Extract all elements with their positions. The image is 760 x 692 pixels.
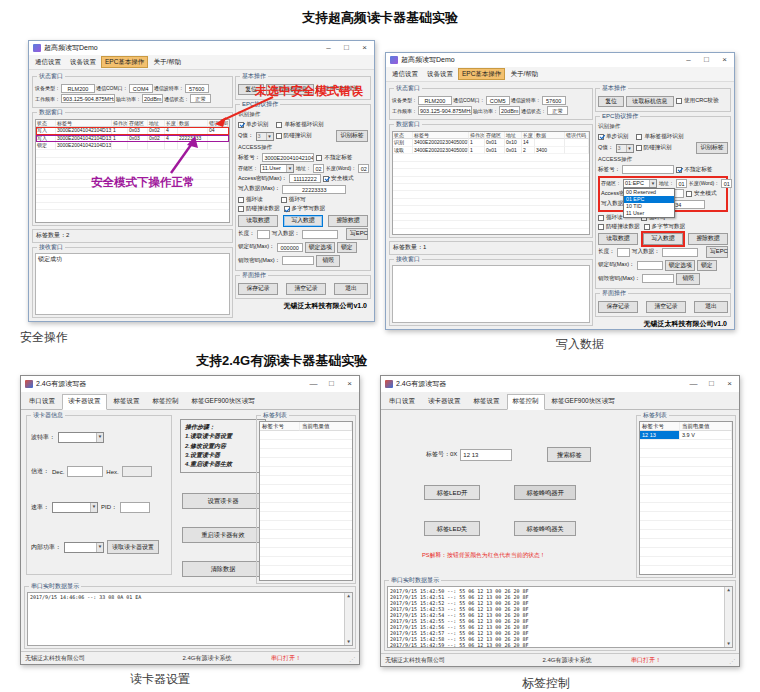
menu-device-settings[interactable]: 设备设置 (66, 56, 100, 68)
maximize-button[interactable]: □ (324, 378, 339, 390)
clear-data-button[interactable]: 清除数据 (182, 561, 264, 577)
read-data-button[interactable]: 读取数据 (598, 233, 638, 245)
tag-buzzer-on-button[interactable]: 标签蜂鸣器开 (514, 485, 576, 500)
q-combo[interactable]: 3▼ (256, 132, 274, 141)
dropdown-option[interactable]: 11 User (624, 210, 674, 217)
tab-tag-block-rw[interactable]: 标签GEF900块区读写 (186, 394, 261, 409)
loop-read-checkbox[interactable] (598, 215, 604, 221)
tab-tag-block-rw[interactable]: 标签GEF900块区读写 (546, 394, 621, 409)
menu-comm-settings[interactable]: 通信设置 (31, 56, 65, 68)
write-epc-button[interactable]: 写EPC (706, 246, 728, 258)
channel-dec-field[interactable] (67, 466, 103, 477)
lock-button[interactable]: 锁定 (337, 242, 357, 254)
tagno-field[interactable]: 12 13 (460, 449, 512, 461)
tagno-field[interactable]: 3000E20041042104D1 (262, 153, 314, 162)
identify-button[interactable]: 识别标签 (336, 130, 368, 142)
kill-button[interactable]: 销毁 (676, 273, 700, 285)
writedata-field[interactable]: 22223333 (282, 185, 346, 194)
addr-field[interactable]: 02 (313, 164, 324, 173)
read-data-button[interactable]: 读取数据 (238, 215, 278, 227)
search-tag-button[interactable]: 搜索标签 (547, 447, 591, 462)
menu-help[interactable]: 关于/帮助 (506, 68, 542, 80)
write-data-button[interactable]: 写入数据 (283, 215, 323, 227)
anticoll-ident-checkbox[interactable] (276, 133, 282, 139)
scroll-up-icon[interactable]: ▲ (347, 593, 350, 599)
read-info-button[interactable]: 读取标机信息 (626, 96, 674, 108)
minimize-button[interactable]: – (321, 42, 336, 54)
tab-reader-settings[interactable]: 读卡器设置 (422, 394, 467, 409)
table-row[interactable]: 识别3400E2002023040500070009001110x010x101… (393, 139, 589, 147)
maximize-button[interactable]: □ (704, 378, 719, 390)
table-row[interactable]: 写入3000E20041042104D130...10x030x02422223… (36, 135, 229, 143)
crc-checkbox[interactable] (676, 98, 682, 104)
menu-help[interactable]: 关于/帮助 (149, 56, 185, 68)
tag-led-off-button[interactable]: 标签LED关 (424, 521, 480, 536)
accesspwd-field[interactable]: 11112222 (289, 174, 321, 183)
table-row[interactable]: 锁定3000E20041042104D130... (36, 142, 229, 150)
notag-checkbox[interactable] (676, 167, 682, 173)
clear-record-button[interactable]: 清空记录 (646, 301, 686, 313)
safe-mode-checkbox[interactable] (686, 191, 692, 197)
multibyte-write-checkbox[interactable] (284, 206, 290, 212)
dropdown-option-selected[interactable]: 01 EPC (624, 196, 674, 203)
wordlen-field[interactable]: 01 (721, 179, 732, 188)
tab-serial-settings[interactable]: 串口设置 (383, 394, 421, 409)
baud-combo[interactable]: ▼ (58, 432, 104, 443)
minimize-button[interactable]: — (686, 378, 701, 390)
multibyte-write-checkbox[interactable] (644, 224, 650, 230)
kill-field[interactable] (282, 256, 314, 265)
lock-options-button[interactable]: 锁定选项 (665, 260, 695, 272)
wordlen-field[interactable]: 02 (358, 164, 369, 173)
maximize-button[interactable]: □ (699, 54, 714, 66)
close-button[interactable]: × (357, 42, 372, 54)
data-table[interactable]: 状态 标签号 操作次数 存储区 地址 长度 数据 错误代码 识别3400E200… (392, 131, 590, 235)
dropdown-option[interactable]: 10 TID (624, 203, 674, 210)
tab-tag-settings[interactable]: 标签设置 (108, 394, 146, 409)
minimize-button[interactable]: — (306, 378, 321, 390)
rate-combo[interactable]: ▼ (52, 502, 98, 513)
kill-button[interactable]: 销毁 (316, 255, 340, 267)
tag-list-table[interactable]: 标签卡号 当前电量值 12 13 3.9 V (639, 421, 733, 575)
lock-button[interactable]: 锁定 (697, 260, 717, 272)
menu-comm-settings[interactable]: 通信设置 (388, 68, 422, 80)
anticoll-ident-checkbox[interactable] (636, 145, 642, 151)
tab-tag-control[interactable]: 标签控制 (507, 394, 545, 410)
write2-field[interactable] (662, 248, 698, 257)
len2-field[interactable] (257, 230, 270, 239)
identify-button[interactable]: 识别标签 (696, 142, 728, 154)
menu-epc-basic[interactable]: EPC基本操作 (101, 56, 148, 68)
menu-epc-basic[interactable]: EPC基本操作 (458, 68, 505, 80)
table-row[interactable]: 写入3000E20041042104D130...10x030x02404 (36, 127, 229, 135)
close-button[interactable]: × (722, 378, 737, 390)
tag-list-row[interactable]: 12 13 3.9 V (640, 431, 732, 440)
storage-combo[interactable]: 11.User▼ (260, 164, 294, 173)
serial-log[interactable]: 2017/9/15 14:46:06 --: 33 08 0A 01 EA ▲▼ (27, 592, 353, 646)
tab-tag-control[interactable]: 标签控制 (147, 394, 185, 409)
save-record-button[interactable]: 保存记录 (238, 283, 278, 295)
resize-grip[interactable]: ⋰ (349, 655, 359, 662)
erase-data-button[interactable]: 擦除数据 (328, 215, 368, 227)
tab-tag-settings[interactable]: 标签设置 (468, 394, 506, 409)
anticoll-read-checkbox[interactable] (238, 206, 244, 212)
loop-read-checkbox[interactable] (238, 197, 244, 203)
scroll-down-icon[interactable]: ▼ (347, 639, 350, 645)
q-combo[interactable]: 3▼ (616, 144, 634, 153)
restart-reader-button[interactable]: 重启读卡器有效 (182, 527, 264, 543)
tab-serial-settings[interactable]: 串口设置 (23, 394, 61, 409)
tagno-field[interactable] (622, 165, 674, 174)
maximize-button[interactable]: □ (339, 42, 354, 54)
menu-device-settings[interactable]: 设备设置 (423, 68, 457, 80)
serial-log[interactable]: 2017/9/15 15:42:50 --: 55 06 12 13 00 26… (387, 586, 733, 648)
exit-button[interactable]: 退出 (334, 283, 368, 295)
scrollbar[interactable]: ▲▼ (344, 593, 352, 645)
single-ident-checkbox[interactable] (598, 134, 604, 140)
storage-dropdown-list[interactable]: 00 Reserved 01 EPC 10 TID 11 User (623, 188, 675, 218)
pid-field[interactable] (120, 502, 150, 513)
save-record-button[interactable]: 保存记录 (598, 301, 638, 313)
scrollbar[interactable]: ▲▼ (724, 587, 732, 647)
scroll-up-icon[interactable]: ▲ (727, 587, 730, 593)
reset-button[interactable]: 复位 (598, 96, 624, 108)
tab-reader-settings[interactable]: 读卡器设置 (62, 394, 107, 410)
power-combo[interactable]: ▼ (64, 542, 104, 553)
loop-write-checkbox[interactable] (281, 197, 287, 203)
